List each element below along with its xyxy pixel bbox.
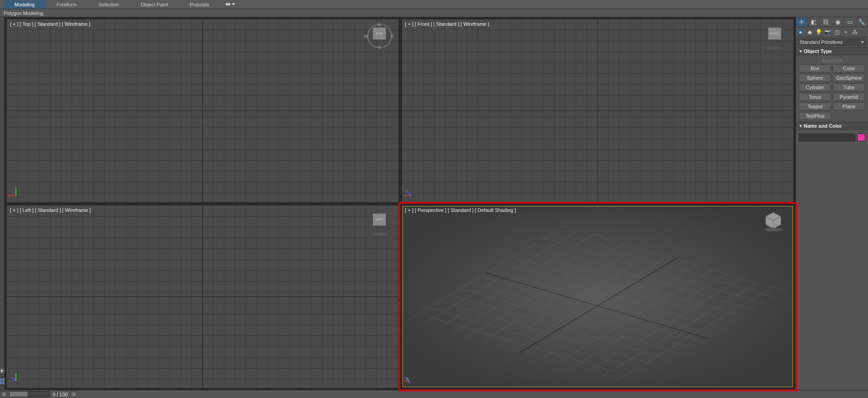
ribbon-panel-title: Polygon Modeling: [0, 9, 868, 17]
primitive-tube-button[interactable]: Tube: [833, 83, 865, 91]
modify-tab-icon[interactable]: ◧: [808, 17, 820, 27]
helpers-icon[interactable]: ◫: [833, 29, 840, 36]
autogrid-checkbox[interactable]: AutoGrid: [799, 57, 865, 64]
viewport-top-label[interactable]: [ + ] [ Top ] [ Standard ] [ Wireframe ]: [10, 21, 90, 27]
primitive-cylinder-button[interactable]: Cylinder: [799, 83, 831, 91]
tab-modeling[interactable]: Modeling: [4, 0, 46, 9]
timeline-next-button[interactable]: >: [71, 391, 77, 398]
axis-gizmo: [15, 368, 29, 381]
rollout-name-and-color[interactable]: Name and Color: [796, 122, 868, 130]
rollout-object-type[interactable]: Object Type: [796, 47, 868, 55]
viewport-left[interactable]: [ + ] [ Left ] [ Standard ] [ Wireframe …: [6, 205, 399, 389]
spacewarps-icon[interactable]: ≈: [842, 29, 849, 36]
primitive-sphere-button[interactable]: Sphere: [799, 74, 831, 82]
viewport-front[interactable]: [ + ] [ Front ] [ Standard ] [ Wireframe…: [401, 19, 795, 203]
axis-gizmo: [411, 182, 424, 196]
tab-selection[interactable]: Selection: [87, 0, 130, 9]
viewport-perspective-label[interactable]: [ + ] [ Perspective ] [ Standard ] [ Def…: [405, 207, 516, 213]
viewcube-front[interactable]: FRONT: [762, 24, 787, 48]
create-category-icons: ● ◆ 💡 📷 ◫ ≈ ⁂: [796, 27, 868, 37]
tab-populate[interactable]: Populate: [179, 0, 220, 9]
create-tab-icon[interactable]: ✛: [796, 17, 808, 27]
svg-point-2: [764, 228, 782, 231]
motion-tab-icon[interactable]: ◉: [832, 17, 844, 27]
viewcube-left[interactable]: LEFT: [367, 210, 392, 235]
frame-counter: 0 / 100: [53, 392, 68, 397]
hierarchy-tab-icon[interactable]: ⛓: [820, 17, 832, 27]
timeline-prev-button[interactable]: <: [1, 391, 7, 398]
primitive-plane-button[interactable]: Plane: [833, 102, 865, 110]
tab-object-paint[interactable]: Object Paint: [130, 0, 179, 9]
axis-gizmo: [410, 369, 423, 383]
geometry-icon[interactable]: ●: [797, 29, 804, 36]
primitive-textplus-button[interactable]: TextPlus: [799, 112, 831, 120]
lights-icon[interactable]: 💡: [815, 29, 822, 36]
primitive-box-button[interactable]: Box: [799, 64, 831, 72]
primitive-button-grid: Box Cone Sphere GeoSphere Cylinder Tube …: [799, 64, 865, 120]
timeline-track[interactable]: [9, 391, 50, 397]
command-panel: ✛ ◧ ⛓ ◉ ▭ 🔧 ● ◆ 💡 📷 ◫ ≈ ⁂ Standard Primi…: [795, 17, 868, 390]
viewport-perspective[interactable]: [ + ] [ Perspective ] [ Standard ] [ Def…: [401, 205, 795, 389]
viewport-left-label[interactable]: [ + ] [ Left ] [ Standard ] [ Wireframe …: [10, 207, 91, 213]
display-tab-icon[interactable]: ▭: [844, 17, 856, 27]
viewcube-top[interactable]: TOP N S E W: [367, 24, 392, 48]
tab-freeform[interactable]: Freeform: [46, 0, 88, 9]
command-panel-tabs: ✛ ◧ ⛓ ◉ ▭ 🔧: [796, 17, 868, 27]
primitive-cone-button[interactable]: Cone: [833, 64, 865, 72]
timeline-bar: < 0 / 100 >: [0, 390, 868, 398]
viewport-front-label[interactable]: [ + ] [ Front ] [ Standard ] [ Wireframe…: [405, 21, 490, 27]
viewcube-perspective[interactable]: [762, 210, 787, 235]
primitive-teapot-button[interactable]: Teapot: [799, 102, 831, 110]
ribbon-tabs: Modeling Freeform Selection Object Paint…: [0, 0, 868, 9]
ribbon-expand-button[interactable]: [220, 2, 241, 7]
left-gutter: [0, 17, 5, 390]
primitive-geosphere-button[interactable]: GeoSphere: [833, 74, 865, 82]
shapes-icon[interactable]: ◆: [806, 29, 813, 36]
utilities-tab-icon[interactable]: 🔧: [856, 17, 868, 27]
axis-gizmo: [15, 182, 29, 196]
systems-icon[interactable]: ⁂: [851, 29, 858, 36]
cameras-icon[interactable]: 📷: [824, 29, 831, 36]
primitive-pyramid-button[interactable]: Pyramid: [833, 93, 865, 101]
object-name-input[interactable]: [799, 134, 855, 141]
primitive-torus-button[interactable]: Torus: [799, 93, 831, 101]
primitive-category-dropdown[interactable]: Standard Primitives: [797, 38, 867, 46]
viewport-top[interactable]: [ + ] [ Top ] [ Standard ] [ Wireframe ]…: [6, 19, 399, 203]
object-color-swatch[interactable]: [857, 134, 865, 141]
viewport-area: [ + ] [ Top ] [ Standard ] [ Wireframe ]…: [5, 17, 795, 390]
